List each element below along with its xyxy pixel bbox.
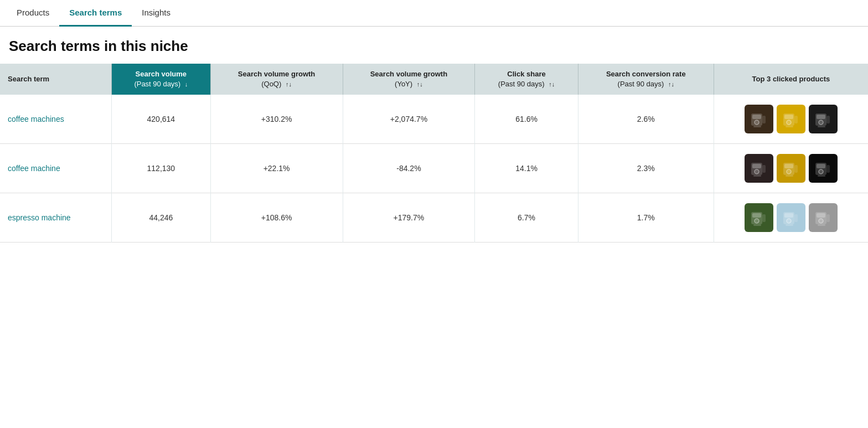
col-header-search-conversion[interactable]: Search conversion rate(Past 90 days) ↑↓ — [578, 64, 714, 95]
search-term-cell[interactable]: coffee machines — [0, 95, 112, 144]
svg-point-22 — [787, 169, 791, 174]
svg-point-12 — [819, 120, 823, 125]
sv-growth-qoq-cell: +108.6% — [210, 193, 343, 243]
col-header-sv-growth-yoy[interactable]: Search volume growth(YoY) ↑↓ — [343, 64, 475, 95]
top-products-cell — [714, 95, 868, 144]
search-term-cell[interactable]: coffee machine — [0, 144, 112, 193]
table-row: espresso machine44,246+108.6%+179.7%6.7%… — [0, 193, 868, 243]
product-thumbnail[interactable] — [809, 203, 838, 232]
top-products-cell — [714, 193, 868, 243]
sv-growth-yoy-cell: +179.7% — [343, 193, 475, 243]
product-thumbnail[interactable] — [745, 105, 773, 133]
sv-growth-qoq-cell: +310.2% — [210, 95, 343, 144]
table-row: coffee machines420,614+310.2%+2,074.7%61… — [0, 95, 868, 144]
tab-search-terms[interactable]: Search terms — [59, 0, 132, 27]
svg-rect-8 — [794, 116, 798, 123]
search-volume-cell: 420,614 — [112, 95, 211, 144]
product-thumbnail[interactable] — [745, 154, 773, 183]
svg-point-2 — [755, 120, 759, 125]
sv-growth-yoy-cell: +2,074.7% — [343, 95, 475, 144]
search-conversion-cell: 2.6% — [578, 95, 714, 144]
svg-rect-3 — [762, 116, 766, 123]
product-thumbnail[interactable] — [809, 154, 838, 183]
search-term-link[interactable]: espresso machine — [8, 213, 104, 222]
svg-rect-44 — [818, 224, 825, 226]
svg-rect-14 — [818, 126, 825, 127]
svg-rect-26 — [817, 164, 825, 168]
svg-rect-6 — [784, 115, 793, 119]
table-row: coffee machine112,130+22.1%-84.2%14.1%2.… — [0, 144, 868, 193]
sv-growth-qoq-cell: +22.1% — [210, 144, 343, 193]
svg-rect-36 — [784, 213, 793, 218]
search-term-link[interactable]: coffee machine — [8, 164, 104, 173]
search-conversion-cell: 2.3% — [578, 144, 714, 193]
sort-updown-icon: ↑↓ — [286, 80, 292, 89]
product-thumbnail[interactable] — [777, 203, 805, 232]
sort-updown-icon: ↑↓ — [417, 80, 423, 89]
svg-rect-29 — [818, 175, 825, 177]
col-header-search-term: Search term — [0, 64, 112, 95]
sv-growth-yoy-cell: -84.2% — [343, 144, 475, 193]
search-terms-table: Search termSearch volume(Past 90 days) ↓… — [0, 64, 868, 243]
svg-rect-24 — [786, 175, 793, 177]
svg-rect-16 — [752, 164, 761, 168]
svg-rect-28 — [826, 165, 830, 173]
tab-products[interactable]: Products — [7, 0, 59, 27]
click-share-cell: 14.1% — [475, 144, 578, 193]
svg-point-27 — [819, 169, 823, 174]
svg-point-7 — [787, 120, 791, 125]
svg-point-32 — [755, 219, 759, 223]
tab-insights[interactable]: Insights — [132, 0, 180, 27]
sort-desc-icon: ↓ — [185, 80, 188, 89]
tab-bar: Products Search terms Insights — [0, 0, 868, 27]
product-thumbnail[interactable] — [777, 105, 805, 133]
search-volume-cell: 112,130 — [112, 144, 211, 193]
svg-point-42 — [819, 219, 823, 223]
svg-rect-1 — [752, 115, 761, 119]
col-header-top-products: Top 3 clicked products — [714, 64, 868, 95]
svg-rect-41 — [817, 213, 825, 218]
sort-updown-icon: ↑↓ — [549, 80, 555, 89]
col-header-sv-growth-qoq[interactable]: Search volume growth(QoQ) ↑↓ — [210, 64, 343, 95]
top-products-cell — [714, 144, 868, 193]
product-thumbnail[interactable] — [809, 105, 838, 133]
svg-rect-13 — [826, 116, 830, 123]
click-share-cell: 6.7% — [475, 193, 578, 243]
svg-rect-34 — [753, 224, 761, 226]
svg-rect-9 — [786, 126, 793, 127]
sort-updown-icon: ↑↓ — [668, 80, 674, 89]
svg-rect-31 — [752, 213, 761, 218]
svg-rect-4 — [753, 126, 761, 127]
col-header-search-volume[interactable]: Search volume(Past 90 days) ↓ — [112, 64, 211, 95]
svg-rect-39 — [786, 224, 793, 226]
col-header-click-share[interactable]: Click share(Past 90 days) ↑↓ — [475, 64, 578, 95]
product-thumbnail[interactable] — [745, 203, 773, 232]
svg-rect-21 — [784, 164, 793, 168]
svg-rect-38 — [794, 214, 798, 222]
svg-rect-33 — [762, 214, 766, 222]
page-title: Search terms in this niche — [0, 27, 868, 64]
product-thumbnail[interactable] — [777, 154, 805, 183]
search-term-link[interactable]: coffee machines — [8, 115, 104, 123]
svg-point-17 — [755, 169, 759, 174]
search-volume-cell: 44,246 — [112, 193, 211, 243]
search-conversion-cell: 1.7% — [578, 193, 714, 243]
svg-rect-11 — [817, 115, 825, 119]
svg-rect-18 — [762, 165, 766, 173]
svg-point-37 — [787, 219, 791, 223]
svg-rect-23 — [794, 165, 798, 173]
svg-rect-43 — [826, 214, 830, 222]
search-term-cell[interactable]: espresso machine — [0, 193, 112, 243]
click-share-cell: 61.6% — [475, 95, 578, 144]
svg-rect-19 — [753, 175, 761, 177]
